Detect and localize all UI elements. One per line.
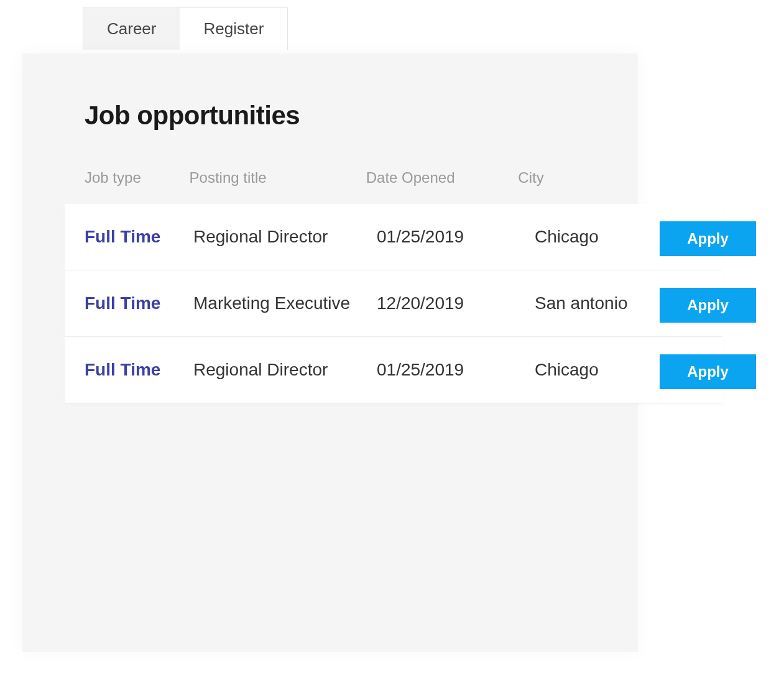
table-row: Full Time Regional Director 01/25/2019 C…	[65, 204, 722, 270]
page-title: Job opportunities	[22, 53, 638, 131]
tab-career[interactable]: Career	[83, 8, 180, 50]
tab-register[interactable]: Register	[180, 8, 287, 50]
cell-title: Regional Director	[193, 227, 377, 247]
cell-date: 12/20/2019	[377, 293, 535, 313]
apply-button[interactable]: Apply	[660, 354, 756, 389]
cell-jobtype: Full Time	[85, 360, 193, 380]
table-row: Full Time Marketing Executive 12/20/2019…	[65, 270, 722, 337]
jobs-table: Job type Posting title Date Opened City …	[22, 169, 638, 403]
tabs: Career Register	[83, 7, 288, 50]
header-jobtype: Job type	[85, 169, 190, 187]
cell-jobtype: Full Time	[85, 293, 193, 313]
cell-jobtype: Full Time	[85, 227, 193, 247]
header-city: City	[518, 169, 638, 187]
table-header-row: Job type Posting title Date Opened City	[22, 169, 638, 204]
main-panel: Job opportunities Job type Posting title…	[22, 53, 638, 652]
table-body: Full Time Regional Director 01/25/2019 C…	[22, 204, 638, 403]
cell-date: 01/25/2019	[377, 360, 535, 380]
header-date: Date Opened	[366, 169, 519, 187]
cell-title: Marketing Executive	[193, 293, 377, 313]
apply-button[interactable]: Apply	[660, 221, 756, 256]
cell-date: 01/25/2019	[377, 227, 535, 247]
apply-button[interactable]: Apply	[660, 288, 756, 323]
header-title: Posting title	[190, 169, 366, 187]
cell-title: Regional Director	[193, 360, 377, 380]
table-row: Full Time Regional Director 01/25/2019 C…	[65, 337, 722, 403]
